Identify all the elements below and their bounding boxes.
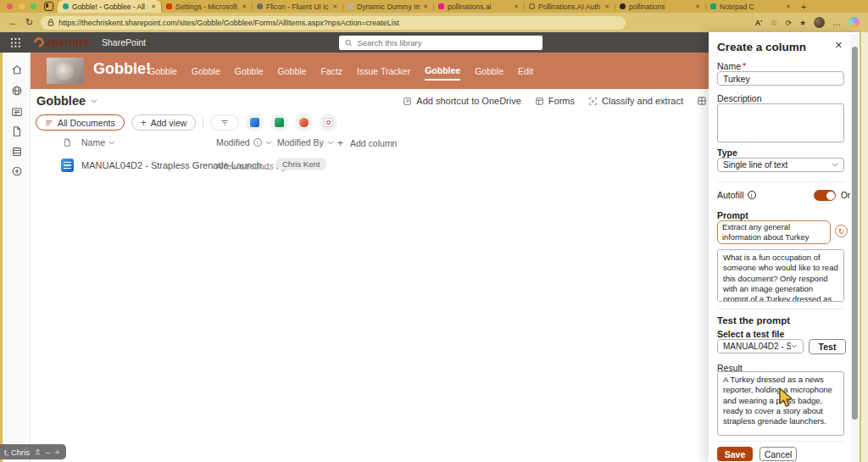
close-icon[interactable]	[835, 41, 843, 50]
address-bar[interactable]: https://thechriskent.sharepoint.com/site…	[41, 16, 626, 30]
type-value: Single line of text	[723, 160, 787, 170]
browser-tab[interactable]: Notepad C	[705, 0, 796, 13]
browser-tab-active[interactable]: Gobble! - Gobblee - All Docum	[58, 0, 161, 13]
classify-and-extract-button[interactable]: Classify and extract	[588, 96, 683, 106]
browser-tab[interactable]: Settings - Microsoft 365 admin	[161, 0, 252, 13]
nav-item[interactable]: Issue Tracker	[357, 63, 410, 80]
prompt-textarea[interactable]: What is a fun occupation of someone who …	[717, 249, 844, 302]
tab-close-icon[interactable]	[514, 3, 519, 9]
forms-button[interactable]: Forms	[535, 96, 575, 106]
profile-avatar[interactable]	[814, 17, 825, 28]
screen: Gobble! - Gobblee - All Docum Settings -…	[0, 0, 868, 462]
create-plus-icon[interactable]	[11, 165, 23, 177]
site-title[interactable]: Gobble!	[93, 60, 151, 78]
product-name[interactable]: SharePoint	[102, 37, 146, 47]
add-column-button[interactable]: Add column	[337, 137, 397, 149]
close-window-button[interactable]	[7, 3, 13, 9]
word-icon	[250, 118, 259, 127]
tenant-logo[interactable]: aperture	[34, 36, 90, 48]
read-aloud-icon[interactable]: Aʹ	[755, 19, 763, 27]
library-title[interactable]: Gobblee	[36, 94, 97, 108]
name-column-header[interactable]: Name	[81, 137, 115, 148]
my-files-icon[interactable]	[11, 125, 23, 137]
chevron-down-icon	[108, 141, 115, 145]
nav-item[interactable]: Gobble	[475, 63, 504, 80]
expand-overlay-icon[interactable]: +	[55, 448, 60, 457]
settings-menu-icon[interactable]: …	[832, 18, 841, 27]
search-input[interactable]	[357, 38, 537, 47]
app-launcher-waffle-icon[interactable]	[11, 38, 20, 47]
site-logo-image[interactable]	[47, 58, 84, 84]
tab-overview-icon[interactable]	[44, 2, 53, 11]
browser-tab[interactable]: Pollinations.AI Auth	[524, 0, 615, 13]
pdf-filter-button[interactable]	[320, 114, 337, 131]
notepad-favicon	[710, 3, 716, 9]
my-sites-globe-icon[interactable]	[11, 85, 23, 97]
back-icon[interactable]: ←	[8, 18, 18, 27]
info-icon[interactable]	[748, 191, 756, 199]
description-textarea[interactable]	[717, 103, 844, 142]
library-search-box[interactable]	[339, 36, 542, 50]
filter-button[interactable]	[210, 114, 239, 131]
autofill-toggle[interactable]	[814, 190, 836, 201]
current-view-button[interactable]: All Documents	[36, 114, 125, 131]
test-file-select[interactable]: MANUAL04D2 - Stra...	[717, 339, 804, 353]
news-icon[interactable]	[11, 106, 23, 118]
reload-icon[interactable]: ↻	[25, 18, 33, 27]
chevron-down-icon	[91, 99, 97, 103]
add-view-label: Add view	[151, 118, 187, 128]
word-filter-button[interactable]	[246, 114, 264, 131]
home-icon[interactable]	[11, 64, 23, 75]
zoom-window-button[interactable]	[31, 3, 36, 9]
tab-close-icon[interactable]	[423, 3, 428, 9]
excel-filter-button[interactable]	[270, 114, 288, 131]
powerpoint-filter-button[interactable]	[295, 114, 313, 131]
tab-close-icon[interactable]	[332, 3, 337, 9]
tab-close-icon[interactable]	[604, 3, 609, 9]
browser-essentials-icon[interactable]: ⟳	[785, 19, 792, 27]
nav-item-active[interactable]: Gobblee	[425, 62, 460, 81]
new-tab-button[interactable]	[796, 0, 811, 13]
modified-by-person[interactable]: Chris Kent	[275, 158, 326, 170]
nav-item[interactable]: Gobble	[192, 63, 220, 80]
modified-column-header[interactable]: Modified	[216, 137, 272, 148]
panel-scrollbar-thumb[interactable]	[852, 47, 858, 420]
file-type-column-icon[interactable]	[63, 137, 72, 148]
nav-item[interactable]: Gobble	[148, 63, 177, 80]
browser-tab[interactable]: pollinations	[615, 0, 705, 13]
minimize-window-button[interactable]	[19, 3, 25, 9]
column-name-input[interactable]	[717, 71, 844, 86]
tab-close-icon[interactable]	[695, 3, 700, 9]
view-grid-icon[interactable]	[697, 96, 707, 106]
tab-title: Flicon - Fluent UI Icon Search	[266, 3, 329, 11]
nav-item[interactable]: Factz	[320, 63, 342, 80]
prompt-summary-box[interactable]: Extract any general information about Tu…	[717, 220, 831, 244]
tab-close-icon[interactable]	[242, 3, 247, 9]
minimize-overlay-icon[interactable]: –	[46, 448, 51, 457]
browser-tab[interactable]: pollinations.ai	[433, 0, 524, 13]
test-button[interactable]: Test	[809, 339, 846, 354]
cancel-button[interactable]: Cancel	[760, 447, 797, 461]
nav-item[interactable]: Edit	[518, 63, 533, 80]
add-shortcut-onedrive-button[interactable]: Add shortcut to OneDrive	[403, 96, 521, 106]
tenant-name: aperture	[46, 36, 90, 48]
add-view-button[interactable]: + Add view	[131, 114, 197, 131]
modified-by-column-header[interactable]: Modified By	[277, 137, 334, 148]
save-button[interactable]: Save	[717, 447, 753, 461]
browser-tab[interactable]: Flicon - Fluent UI Icon Search	[252, 0, 342, 13]
favorites-star-icon[interactable]: ☆	[770, 18, 777, 27]
panel-divider	[717, 309, 844, 309]
sharepoint-app-bar	[3, 53, 31, 462]
copilot-icon[interactable]	[849, 17, 860, 28]
type-select[interactable]: Single line of text	[717, 158, 844, 172]
extensions-icon[interactable]: ★	[799, 19, 806, 27]
nav-item[interactable]: Gobble	[235, 63, 264, 80]
file-icon	[63, 137, 72, 148]
tab-close-icon[interactable]	[786, 3, 791, 9]
refresh-prompt-icon[interactable]	[835, 225, 848, 237]
tab-close-icon[interactable]	[151, 3, 156, 9]
filter-funnel-icon	[220, 119, 229, 127]
browser-tab[interactable]: Dynamic Dummy Image Gener	[342, 0, 433, 13]
lists-icon[interactable]	[11, 146, 23, 158]
nav-item[interactable]: Gobble	[278, 63, 307, 80]
